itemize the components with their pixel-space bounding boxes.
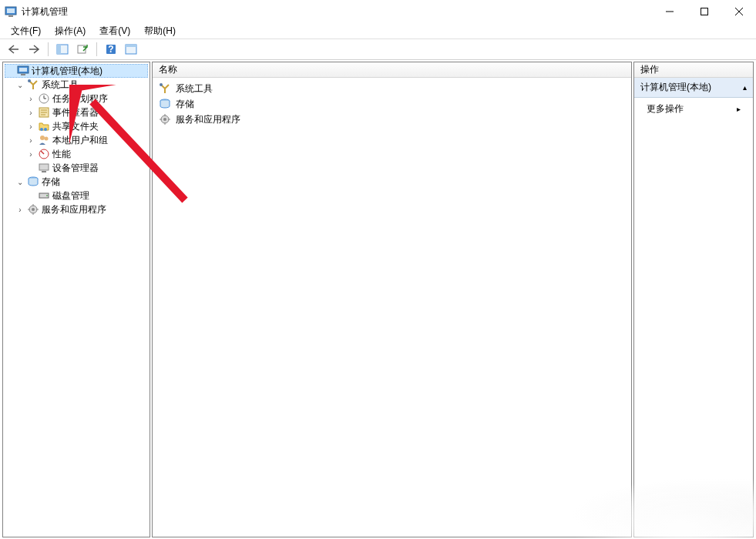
tree-services-apps[interactable]: › 服务和应用程序 — [5, 203, 148, 216]
tree-label: 设备管理器 — [52, 162, 99, 175]
toolbar-separator — [96, 42, 97, 56]
toolbar: ? — [0, 38, 756, 60]
tree-label: 计算机管理(本地) — [32, 65, 102, 78]
svg-rect-8 — [57, 45, 61, 54]
storage-icon — [159, 98, 171, 110]
corner-watermark — [571, 477, 756, 539]
app-icon — [5, 5, 17, 18]
tree-label: 任务计划程序 — [52, 92, 108, 105]
back-button[interactable] — [5, 41, 23, 58]
tree-performance[interactable]: › 性能 — [5, 147, 148, 161]
menubar: 文件(F) 操作(A) 查看(V) 帮助(H) — [0, 23, 756, 38]
svg-rect-29 — [42, 171, 46, 172]
clock-icon — [38, 92, 50, 105]
device-icon — [38, 162, 50, 174]
tree-disk-management[interactable]: 磁盘管理 — [5, 189, 148, 203]
svg-rect-2 — [8, 15, 13, 17]
actions-more[interactable]: 更多操作 ▸ — [634, 98, 753, 120]
actions-panel: 操作 计算机管理(本地) ▴ 更多操作 ▸ — [633, 62, 754, 537]
chevron-right-icon[interactable]: › — [26, 150, 35, 159]
tree-device-manager[interactable]: 设备管理器 — [5, 161, 148, 175]
menu-action[interactable]: 操作(A) — [50, 23, 90, 39]
tree-shared-folders[interactable]: › 共享文件夹 — [5, 119, 148, 133]
list-item-system-tools[interactable]: 系统工具 — [156, 81, 628, 96]
minimize-button[interactable] — [652, 0, 687, 23]
tree-label: 共享文件夹 — [52, 120, 99, 133]
content-panel: 名称 系统工具 存储 服务和应用程序 — [152, 62, 632, 537]
tree-task-scheduler[interactable]: › 任务计划程序 — [5, 92, 148, 105]
tree-panel[interactable]: 计算机管理(本地) ⌄ 系统工具 › 任务计划程序 › 事件查看器 › 共享文件… — [2, 62, 150, 537]
list-body[interactable]: 系统工具 存储 服务和应用程序 — [153, 78, 631, 537]
actions-header: 操作 — [634, 62, 753, 78]
view-button[interactable] — [122, 41, 140, 58]
svg-point-24 — [44, 128, 47, 131]
svg-text:?: ? — [108, 44, 113, 55]
svg-point-17 — [28, 79, 31, 82]
tree-root[interactable]: 计算机管理(本地) — [5, 64, 148, 78]
tree-system-tools[interactable]: ⌄ 系统工具 — [5, 78, 148, 92]
toolbar-separator — [48, 42, 49, 56]
list-label: 存储 — [176, 98, 194, 111]
tree-label: 本地用户和组 — [52, 134, 108, 147]
tree-label: 性能 — [52, 148, 71, 161]
actions-more-label: 更多操作 — [647, 102, 684, 116]
svg-rect-16 — [21, 74, 25, 75]
show-hide-tree-button[interactable] — [53, 41, 72, 58]
users-icon — [38, 134, 50, 146]
list-item-storage[interactable]: 存储 — [156, 96, 628, 112]
tree-label: 服务和应用程序 — [42, 203, 106, 216]
chevron-right-icon[interactable]: › — [15, 206, 25, 214]
forward-button[interactable] — [25, 41, 43, 58]
svg-point-25 — [40, 136, 45, 140]
menu-view[interactable]: 查看(V) — [95, 23, 135, 39]
tree-label: 系统工具 — [42, 79, 79, 92]
tools-icon — [27, 79, 39, 91]
menu-help[interactable]: 帮助(H) — [139, 23, 180, 39]
svg-point-34 — [32, 208, 35, 211]
export-button[interactable] — [73, 41, 92, 58]
chevron-down-icon[interactable]: ⌄ — [15, 178, 25, 186]
list-item-services-apps[interactable]: 服务和应用程序 — [156, 112, 628, 127]
storage-icon — [27, 176, 39, 188]
tree-storage[interactable]: ⌄ 存储 — [5, 175, 148, 189]
services-icon — [159, 113, 171, 126]
collapse-icon: ▴ — [743, 83, 747, 92]
computer-icon — [17, 65, 29, 77]
chevron-down-icon[interactable]: ⌄ — [15, 81, 25, 89]
svg-rect-15 — [19, 68, 27, 72]
svg-point-38 — [163, 118, 166, 121]
tree-label: 磁盘管理 — [52, 189, 89, 203]
close-button[interactable] — [721, 0, 756, 23]
chevron-right-icon[interactable]: › — [26, 122, 35, 131]
services-icon — [27, 203, 39, 216]
shared-folder-icon — [38, 120, 50, 132]
actions-section-label: 计算机管理(本地) — [640, 81, 711, 94]
svg-point-35 — [160, 83, 163, 86]
svg-point-23 — [40, 128, 43, 131]
performance-icon — [38, 148, 50, 160]
list-header[interactable]: 名称 — [153, 62, 631, 78]
tree-event-viewer[interactable]: › 事件查看器 — [5, 105, 148, 119]
main-area: 计算机管理(本地) ⌄ 系统工具 › 任务计划程序 › 事件查看器 › 共享文件… — [0, 60, 756, 539]
actions-header-label: 操作 — [640, 63, 659, 76]
actions-section[interactable]: 计算机管理(本地) ▴ — [634, 78, 753, 98]
tools-icon — [159, 82, 171, 95]
menu-file[interactable]: 文件(F) — [6, 23, 45, 39]
window-title: 计算机管理 — [22, 5, 652, 18]
disk-icon — [38, 189, 50, 202]
titlebar: 计算机管理 — [0, 0, 756, 23]
chevron-right-icon[interactable]: › — [26, 95, 35, 103]
tree-label: 事件查看器 — [52, 106, 99, 119]
svg-rect-28 — [39, 164, 49, 170]
event-icon — [38, 106, 50, 119]
column-name: 名称 — [159, 63, 177, 76]
svg-rect-1 — [7, 8, 15, 13]
tree-local-users[interactable]: › 本地用户和组 — [5, 133, 148, 147]
chevron-right-icon[interactable]: › — [26, 109, 35, 117]
chevron-right-icon: ▸ — [737, 105, 741, 113]
help-button[interactable]: ? — [102, 41, 120, 58]
maximize-button[interactable] — [687, 0, 721, 23]
tree: 计算机管理(本地) ⌄ 系统工具 › 任务计划程序 › 事件查看器 › 共享文件… — [3, 62, 150, 218]
chevron-right-icon[interactable]: › — [26, 136, 35, 145]
svg-rect-4 — [701, 8, 707, 15]
